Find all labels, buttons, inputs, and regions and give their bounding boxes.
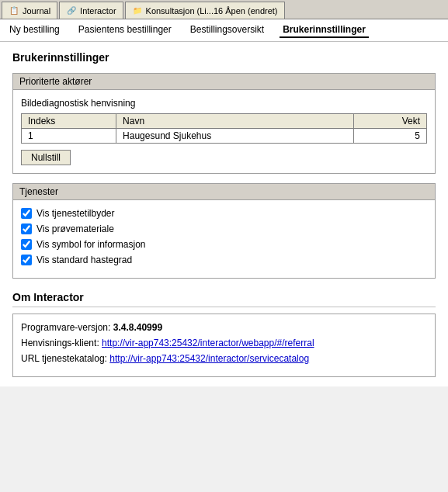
cell-navn: Haugesund Sjukehus: [116, 129, 354, 144]
checkbox-cb4[interactable]: [21, 255, 32, 265]
om-referral-label: Henvisnings-klient:: [21, 338, 102, 348]
prioriterte-table: Indeks Navn Vekt 1 Haugesund Sjukehus 5: [21, 113, 427, 144]
om-row-service: URL tjenestekatalog: http://vir-app743:2…: [21, 353, 427, 364]
tab-bar: 📋 Journal 🔗 Interactor 📁 Konsultasjon (L…: [0, 0, 448, 19]
konsultasjon-icon: 📁: [132, 5, 143, 16]
om-referral-link[interactable]: http://vir-app743:25432/interactor/webap…: [102, 338, 314, 348]
om-interactor-title: Om Interactor: [12, 291, 436, 307]
checkbox-label-cb3: Vis symbol for informasjon: [36, 239, 146, 250]
tab-konsultasjon-label: Konsultasjon (Li...16 Åpen (endret): [146, 6, 278, 16]
om-row-version: Programvare-versjon: 3.4.8.40999: [21, 322, 427, 333]
main-content: Brukerinnstillinger Prioriterte aktører …: [0, 42, 448, 386]
checkbox-cb3[interactable]: [21, 239, 32, 250]
col-navn: Navn: [116, 114, 354, 129]
bildediagnostisk-label: Bildediagnostisk henvisning: [21, 98, 427, 109]
col-vekt: Vekt: [353, 114, 426, 129]
nav-bestillingsoversikt[interactable]: Bestillingsoversikt: [187, 23, 267, 38]
tab-journal[interactable]: 📋 Journal: [2, 2, 57, 19]
page-title: Brukerinnstillinger: [12, 51, 436, 64]
checkbox-row-cb4: Vis standard hastegrad: [21, 255, 427, 265]
nav-pasientens-bestillinger[interactable]: Pasientens bestillinger: [75, 23, 175, 38]
om-interactor-section: Om Interactor Programvare-versjon: 3.4.8…: [12, 291, 436, 377]
checkbox-label-cb1: Vis tjenestetilbyder: [36, 208, 115, 219]
journal-icon: 📋: [9, 5, 19, 16]
tab-interactor-label: Interactor: [80, 6, 116, 16]
checkbox-label-cb2: Vis prøvemateriale: [36, 223, 114, 234]
nav-ny-bestilling[interactable]: Ny bestilling: [6, 23, 63, 38]
interactor-icon: 🔗: [66, 5, 77, 16]
tab-journal-label: Journal: [23, 6, 50, 16]
checkbox-label-cb4: Vis standard hastegrad: [36, 255, 132, 265]
om-service-link[interactable]: http://vir-app743:25432/interactor/servi…: [109, 353, 309, 364]
om-service-label: URL tjenestekatalog:: [21, 353, 109, 364]
cell-indeks: 1: [22, 129, 116, 144]
om-row-referral: Henvisnings-klient: http://vir-app743:25…: [21, 338, 427, 348]
nav-bar: Ny bestilling Pasientens bestillinger Be…: [0, 19, 448, 42]
cell-vekt: 5: [353, 129, 426, 144]
checkbox-cb1[interactable]: [21, 208, 32, 219]
checkbox-row-cb3: Vis symbol for informasjon: [21, 239, 427, 250]
tjenester-body: Vis tjenestetilbyder Vis prøvemateriale …: [12, 200, 436, 279]
tab-interactor[interactable]: 🔗 Interactor: [59, 2, 123, 19]
om-version-label: Programvare-versjon:: [21, 322, 113, 333]
nav-brukerinnstillinger[interactable]: Brukerinnstillinger: [280, 23, 369, 38]
tjenester-section: Tjenester Vis tjenestetilbyder Vis prøve…: [12, 183, 436, 279]
prioriterte-aktorer-body: Bildediagnostisk henvisning Indeks Navn …: [12, 90, 436, 174]
checkbox-row-cb1: Vis tjenestetilbyder: [21, 208, 427, 219]
col-indeks: Indeks: [22, 114, 116, 129]
tab-konsultasjon[interactable]: 📁 Konsultasjon (Li...16 Åpen (endret): [125, 2, 285, 19]
om-version-value: 3.4.8.40999: [113, 322, 162, 333]
prioriterte-aktorer-header: Prioriterte aktører: [12, 73, 436, 90]
checkbox-cb2[interactable]: [21, 223, 32, 234]
nullstill-button[interactable]: Nullstill: [21, 150, 71, 165]
tjenester-header: Tjenester: [12, 183, 436, 200]
prioriterte-aktorer-section: Prioriterte aktører Bildediagnostisk hen…: [12, 73, 436, 174]
om-interactor-body: Programvare-versjon: 3.4.8.40999 Henvisn…: [12, 314, 436, 377]
checkbox-row-cb2: Vis prøvemateriale: [21, 223, 427, 234]
table-row: 1 Haugesund Sjukehus 5: [22, 129, 427, 144]
